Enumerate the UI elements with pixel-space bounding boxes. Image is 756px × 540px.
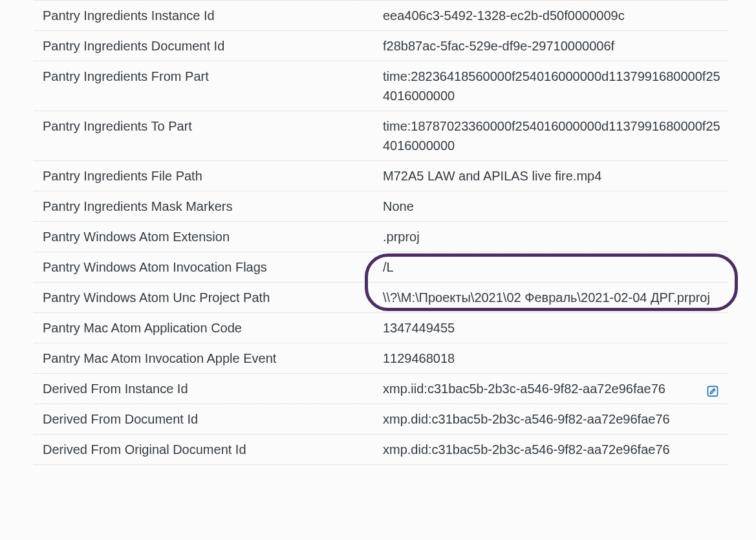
field-label: Pantry Ingredients From Part xyxy=(34,67,383,105)
field-label: Derived From Instance Id xyxy=(34,379,383,398)
field-value: time:18787023360000f254016000000d1137991… xyxy=(383,116,728,155)
field-label: Pantry Windows Atom Unc Project Path xyxy=(34,288,383,307)
field-label: Derived From Document Id xyxy=(34,409,383,429)
field-value: /L xyxy=(383,257,728,277)
table-row: Pantry Ingredients Instance Id eea406c3-… xyxy=(34,0,728,30)
table-row: Pantry Ingredients From Part time:282364… xyxy=(34,61,728,111)
svg-rect-0 xyxy=(708,387,718,396)
field-label: Pantry Mac Atom Application Code xyxy=(34,318,383,338)
field-label: Pantry Ingredients To Part xyxy=(34,116,383,155)
field-value: xmp.did:c31bac5b-2b3c-a546-9f82-aa72e96f… xyxy=(383,440,728,459)
field-value: eea406c3-5492-1328-ec2b-d50f0000009c xyxy=(383,6,728,25)
table-row: Derived From Original Document Id xmp.di… xyxy=(34,434,728,465)
table-row: Pantry Windows Atom Unc Project Path \\?… xyxy=(34,282,728,312)
field-value: 1347449455 xyxy=(383,318,728,338)
edit-button[interactable] xyxy=(704,384,721,401)
table-row: Pantry Windows Atom Invocation Flags /L xyxy=(34,252,728,282)
table-row: Pantry Ingredients Mask Markers None xyxy=(34,191,728,221)
field-label: Derived From Original Document Id xyxy=(34,440,383,459)
table-row: Pantry Mac Atom Application Code 1347449… xyxy=(34,312,728,343)
field-label: Pantry Mac Atom Invocation Apple Event xyxy=(34,349,383,368)
field-value: xmp.iid:c31bac5b-2b3c-a546-9f82-aa72e96f… xyxy=(383,379,728,398)
table-row: Pantry Ingredients File Path M72A5 LAW a… xyxy=(34,160,728,191)
table-row: Pantry Ingredients To Part time:18787023… xyxy=(34,111,728,160)
metadata-table: Pantry Ingredients Instance Id eea406c3-… xyxy=(0,0,756,465)
table-row: Pantry Windows Atom Extension .prproj xyxy=(34,221,728,252)
field-label: Pantry Windows Atom Invocation Flags xyxy=(34,257,383,277)
field-value: None xyxy=(383,197,728,216)
table-row: Pantry Mac Atom Invocation Apple Event 1… xyxy=(34,343,728,373)
field-label: Pantry Windows Atom Extension xyxy=(34,227,383,246)
field-label: Pantry Ingredients Mask Markers xyxy=(34,197,383,216)
field-value: .prproj xyxy=(383,227,728,246)
edit-icon xyxy=(706,385,719,400)
field-value: xmp.did:c31bac5b-2b3c-a546-9f82-aa72e96f… xyxy=(383,409,728,429)
table-row: Derived From Document Id xmp.did:c31bac5… xyxy=(34,404,728,434)
field-label: Pantry Ingredients File Path xyxy=(34,166,383,186)
field-value: f28b87ac-5fac-529e-df9e-29710000006f xyxy=(383,36,728,56)
field-value: 1129468018 xyxy=(383,349,728,368)
table-row: Derived From Instance Id xmp.iid:c31bac5… xyxy=(34,373,728,404)
table-row: Pantry Ingredients Document Id f28b87ac-… xyxy=(34,30,728,61)
field-label: Pantry Ingredients Document Id xyxy=(34,36,383,56)
field-value: time:28236418560000f254016000000d1137991… xyxy=(383,67,728,105)
field-value: M72A5 LAW and APILAS live fire.mp4 xyxy=(383,166,728,186)
field-value: \\?\M:\Проекты\2021\02 Февраль\2021-02-0… xyxy=(383,288,728,307)
field-label: Pantry Ingredients Instance Id xyxy=(34,6,383,25)
